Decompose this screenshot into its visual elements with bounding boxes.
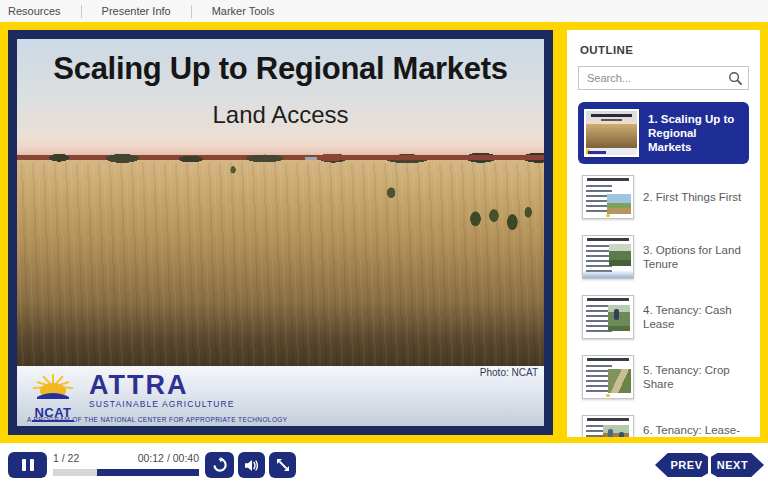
search-input[interactable]	[579, 67, 748, 89]
outline-searchbox	[578, 66, 749, 90]
stage: Scaling Up to Regional Markets Land Acce…	[0, 22, 768, 443]
slide-thumbnail-6	[582, 415, 634, 437]
outline-item-2[interactable]: 2. First Things First	[578, 170, 749, 224]
slide-thumbnail-1	[584, 109, 639, 157]
menu-resources[interactable]: Resources	[8, 5, 71, 17]
outline-item-6[interactable]: 6. Tenancy: Lease-to-Own	[578, 410, 749, 437]
outline-sidebar: OUTLINE 1. Scaling Up to Regional Market…	[567, 30, 760, 437]
course-player: Resources Presenter Info Marker Tools Sc…	[0, 0, 768, 482]
menu-divider	[81, 5, 82, 18]
slide-thumbnail-3	[582, 235, 634, 279]
photo-credit: Photo: NCAT	[480, 367, 538, 378]
outline-item-label: 6. Tenancy: Lease-to-Own	[643, 423, 745, 437]
outline-item-1[interactable]: 1. Scaling Up to Regional Markets	[578, 102, 749, 164]
slide-thumbnail-5	[582, 355, 634, 399]
attra-logo: ATTRA SUSTAINABLE AGRICULTURE	[89, 373, 234, 409]
logo-row: NCAT ATTRA SUSTAINABLE AGRICULTURE	[27, 373, 234, 422]
ncat-logo: NCAT	[27, 373, 79, 422]
pause-button[interactable]	[8, 452, 47, 478]
time-display: 00:12 / 00:40	[138, 452, 199, 464]
outline-header: OUTLINE	[580, 44, 749, 56]
prev-button[interactable]: PREV	[655, 452, 708, 478]
fullscreen-button[interactable]	[269, 452, 296, 478]
menu-divider	[191, 5, 192, 18]
outline-item-label: 3. Options for Land Tenure	[643, 243, 745, 271]
counter-row: 1 / 22 00:12 / 00:40	[53, 452, 199, 464]
slide-subtitle: Land Access	[17, 101, 544, 129]
logo-strip: Photo: NCAT	[17, 366, 544, 426]
top-menubar: Resources Presenter Info Marker Tools	[0, 0, 768, 22]
outline-item-5[interactable]: 5. Tenancy: Crop Share	[578, 350, 749, 404]
seekbar[interactable]	[53, 469, 199, 476]
search-icon[interactable]	[728, 71, 743, 86]
slide-thumbnail-2	[582, 175, 634, 219]
outline-item-label: 4. Tenancy: Cash Lease	[643, 303, 745, 331]
sun-icon	[29, 373, 77, 399]
menu-marker-tools[interactable]: Marker Tools	[202, 5, 285, 17]
menu-presenter-info[interactable]: Presenter Info	[92, 5, 181, 17]
outline-list: 1. Scaling Up to Regional Markets 2. Fir…	[578, 102, 749, 437]
player-controls: 1 / 22 00:12 / 00:40 PRE	[0, 443, 768, 482]
field-photo: Scaling Up to Regional Markets Land Acce…	[17, 39, 544, 366]
outline-item-3[interactable]: 3. Options for Land Tenure	[578, 230, 749, 284]
outline-item-4[interactable]: 4. Tenancy: Cash Lease	[578, 290, 749, 344]
fullscreen-icon	[276, 458, 290, 472]
replay-icon	[212, 457, 228, 473]
attra-subtitle: SUSTAINABLE AGRICULTURE	[89, 399, 234, 409]
slide-frame: Scaling Up to Regional Markets Land Acce…	[8, 30, 553, 435]
replay-button[interactable]	[205, 452, 234, 478]
volume-button[interactable]	[238, 452, 265, 478]
volume-icon	[244, 458, 259, 473]
outline-item-label: 2. First Things First	[643, 190, 741, 204]
slide-canvas: Scaling Up to Regional Markets Land Acce…	[17, 39, 544, 426]
outline-item-label: 1. Scaling Up to Regional Markets	[648, 112, 743, 154]
pause-icon	[22, 459, 34, 471]
attra-wordmark: ATTRA	[89, 373, 234, 397]
slide-counter: 1 / 22	[53, 452, 79, 464]
outline-item-label: 5. Tenancy: Crop Share	[643, 363, 745, 391]
next-button[interactable]: NEXT	[711, 452, 764, 478]
ncat-tagline: A PROGRAM OF THE NATIONAL CENTER FOR APP…	[27, 416, 288, 423]
progress-fill	[97, 469, 199, 476]
weeds-graphic	[17, 39, 544, 366]
slide-thumbnail-4	[582, 295, 634, 339]
slide-title: Scaling Up to Regional Markets	[17, 51, 544, 87]
